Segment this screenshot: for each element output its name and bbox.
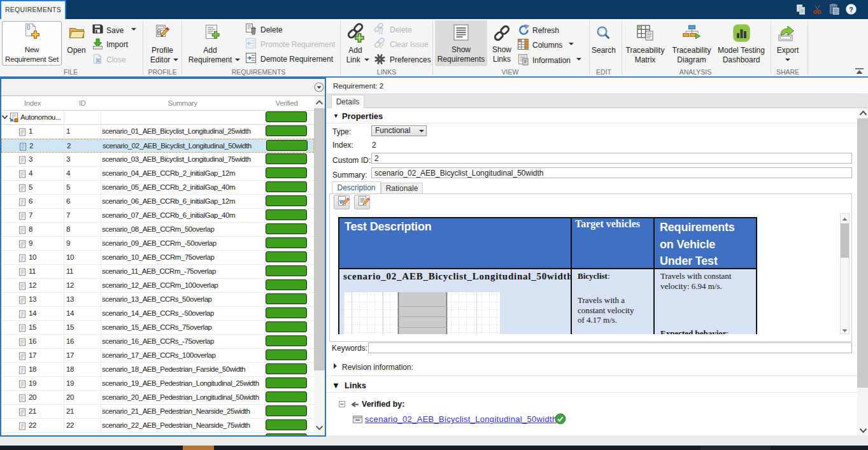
svg-text:?: ?: [849, 6, 853, 13]
